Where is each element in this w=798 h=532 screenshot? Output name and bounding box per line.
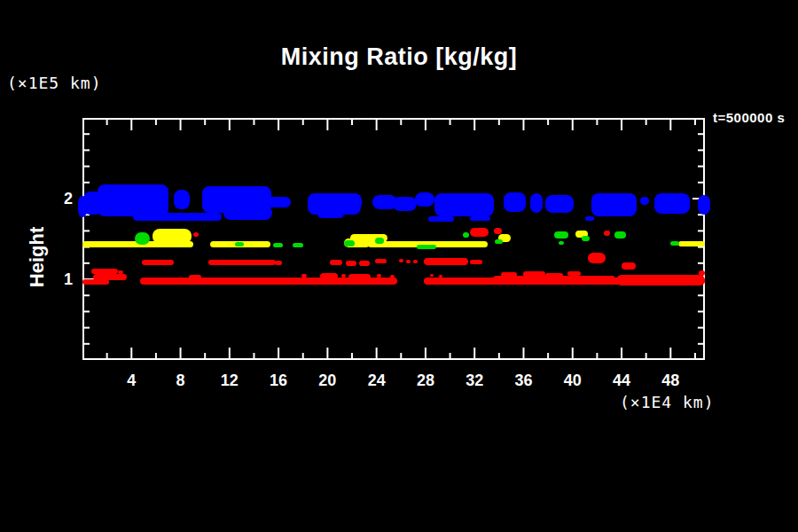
- green-layer-blob: [495, 239, 503, 244]
- x-tick-label: 24: [368, 372, 386, 390]
- red-layer-blob: [406, 260, 411, 263]
- x-tick-label: 32: [466, 372, 483, 390]
- green-layer-blob: [344, 240, 355, 246]
- yellow-layer-blob: [153, 229, 192, 244]
- y-axis-title: Height: [26, 227, 49, 287]
- red-layer-blob: [93, 274, 127, 280]
- green-layer-blob: [135, 232, 150, 245]
- yellow-layer-blob: [678, 241, 705, 246]
- blue-layer-blob: [470, 216, 490, 221]
- blue-layer-blob: [654, 193, 690, 214]
- green-layer-blob: [463, 232, 469, 238]
- blue-layer-blob: [698, 195, 710, 215]
- plot-title: Mixing Ratio [kg/kg]: [0, 43, 798, 71]
- x-axis-unit-label: (×1E4 km): [620, 393, 715, 411]
- red-layer-blob: [91, 269, 118, 274]
- x-tick-label: 16: [270, 372, 287, 390]
- green-layer-blob: [559, 241, 564, 245]
- red-layer-blob: [699, 270, 705, 276]
- red-layer-blob: [118, 270, 123, 274]
- green-layer-blob: [554, 231, 568, 239]
- y-tick-label: 2: [48, 190, 73, 208]
- blue-layer-blob: [530, 193, 543, 213]
- red-layer-blob: [470, 228, 489, 237]
- green-layer-blob: [273, 243, 283, 247]
- y-tick-label: 1: [48, 270, 73, 289]
- red-layer-blob: [390, 275, 395, 278]
- red-layer-blob: [523, 271, 545, 277]
- blue-layer-blob: [591, 193, 637, 216]
- red-layer-blob: [430, 274, 434, 277]
- green-layer-blob: [375, 238, 384, 244]
- x-tick-label: 40: [564, 372, 582, 390]
- blue-layer-blob: [335, 193, 362, 211]
- blue-layer-blob: [585, 216, 594, 221]
- blue-layer-blob: [98, 184, 168, 216]
- x-tick-label: 48: [661, 372, 679, 390]
- red-layer-blob: [341, 274, 346, 278]
- red-layer-blob: [348, 274, 371, 280]
- red-layer-blob: [359, 261, 370, 266]
- red-layer-blob: [208, 260, 276, 265]
- x-tick-label: 36: [514, 372, 532, 390]
- red-layer-blob: [545, 273, 563, 278]
- red-layer-blob: [346, 261, 356, 266]
- x-tick-label: 20: [318, 372, 336, 390]
- red-layer-blob: [424, 258, 468, 265]
- red-layer-blob: [567, 271, 581, 276]
- green-layer-blob: [417, 245, 436, 249]
- red-layer-blob: [588, 253, 606, 263]
- red-layer-blob: [501, 272, 517, 277]
- blue-layer-blob: [434, 193, 494, 216]
- red-layer-blob: [82, 279, 109, 285]
- green-layer-blob: [614, 231, 626, 239]
- red-layer-blob: [399, 259, 403, 262]
- red-layer-blob: [494, 228, 502, 234]
- blue-layer-blob: [504, 192, 526, 212]
- red-layer-blob: [375, 259, 387, 263]
- blue-layer-blob: [244, 215, 263, 220]
- blue-layer-blob: [393, 197, 417, 211]
- red-layer-blob: [622, 262, 636, 270]
- plot-figure: Mixing Ratio [kg/kg] (×1E5 km) t=500000 …: [0, 0, 798, 532]
- blue-layer-blob: [640, 197, 649, 205]
- time-annotation: t=500000 s: [713, 110, 785, 125]
- plot-area: [82, 118, 705, 360]
- green-layer-blob: [582, 236, 590, 241]
- blue-layer-blob: [174, 190, 190, 209]
- green-layer-blob: [293, 243, 303, 247]
- red-layer-blob: [275, 261, 282, 265]
- x-tick-label: 4: [127, 372, 136, 390]
- yellow-layer: [82, 229, 705, 247]
- red-layer-blob: [193, 232, 199, 237]
- x-tick-label: 8: [176, 372, 185, 390]
- green-layer-blob: [670, 241, 679, 246]
- red-layer-blob: [439, 275, 442, 278]
- red-layer-blob: [330, 260, 342, 265]
- red-layer-blob: [320, 273, 338, 279]
- x-tick-label: 28: [417, 372, 434, 390]
- y-axis-unit-label: (×1E5 km): [7, 74, 102, 92]
- red-layer-blob: [377, 274, 381, 278]
- red-layer-blob: [413, 260, 418, 263]
- blue-layer-blob: [415, 192, 434, 207]
- red-layer-blob: [604, 231, 610, 236]
- blue-layer-blob: [428, 216, 454, 222]
- red-layer-blob: [616, 275, 705, 286]
- blue-layer: [78, 184, 710, 222]
- green-layer-blob: [235, 242, 244, 246]
- red-layer-blob: [189, 275, 201, 279]
- blue-layer-blob: [266, 197, 291, 207]
- red-layer-blob: [301, 274, 307, 278]
- x-tick-label: 12: [221, 372, 239, 390]
- x-tick-label: 44: [613, 372, 630, 390]
- red-layer-blob: [142, 260, 174, 265]
- red-layer-blob: [470, 260, 482, 264]
- blue-layer-blob: [133, 213, 222, 221]
- blue-layer-blob: [545, 195, 574, 213]
